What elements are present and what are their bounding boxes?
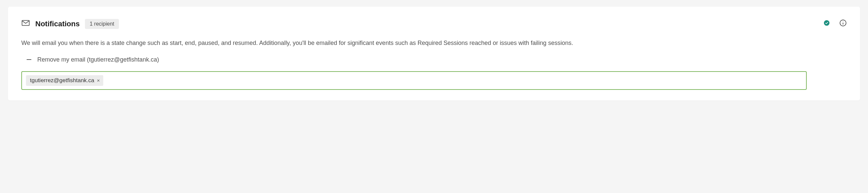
svg-point-1 bbox=[824, 20, 830, 26]
envelope-icon bbox=[21, 19, 30, 29]
info-circle-icon[interactable] bbox=[839, 19, 847, 28]
header-right bbox=[824, 19, 847, 28]
header-row: Notifications 1 recipient bbox=[21, 19, 847, 29]
svg-point-4 bbox=[843, 21, 843, 22]
email-recipients-input[interactable]: tgutierrez@getfishtank.ca × bbox=[21, 71, 807, 90]
checkmark-circle-icon bbox=[824, 20, 830, 28]
email-chip-text: tgutierrez@getfishtank.ca bbox=[30, 77, 94, 84]
remove-my-email-button[interactable]: Remove my email (tgutierrez@getfishtank.… bbox=[21, 56, 847, 63]
notifications-card: Notifications 1 recipient We will email … bbox=[8, 7, 860, 100]
header-left: Notifications 1 recipient bbox=[21, 19, 818, 29]
recipient-count-badge: 1 recipient bbox=[85, 19, 119, 29]
description-text: We will email you when there is a state … bbox=[21, 38, 847, 48]
email-chip: tgutierrez@getfishtank.ca × bbox=[26, 75, 103, 86]
chip-remove-icon[interactable]: × bbox=[97, 77, 100, 83]
minus-icon bbox=[27, 59, 31, 60]
remove-email-label: Remove my email (tgutierrez@getfishtank.… bbox=[37, 56, 159, 63]
section-title: Notifications bbox=[35, 20, 80, 28]
